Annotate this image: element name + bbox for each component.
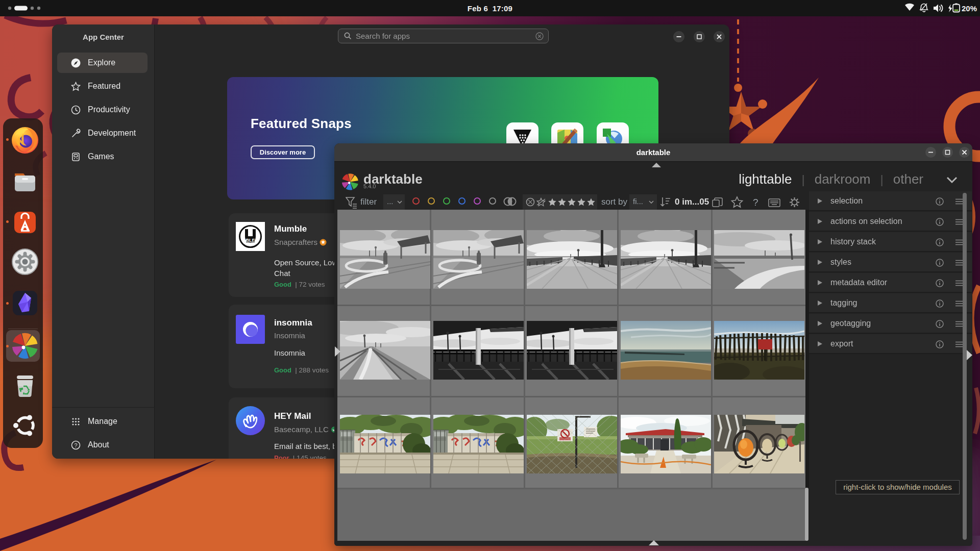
svg-text:?: ?: [74, 442, 77, 448]
svg-text:20%: 20%: [962, 4, 977, 13]
svg-text:BLE: BLE: [246, 238, 255, 243]
